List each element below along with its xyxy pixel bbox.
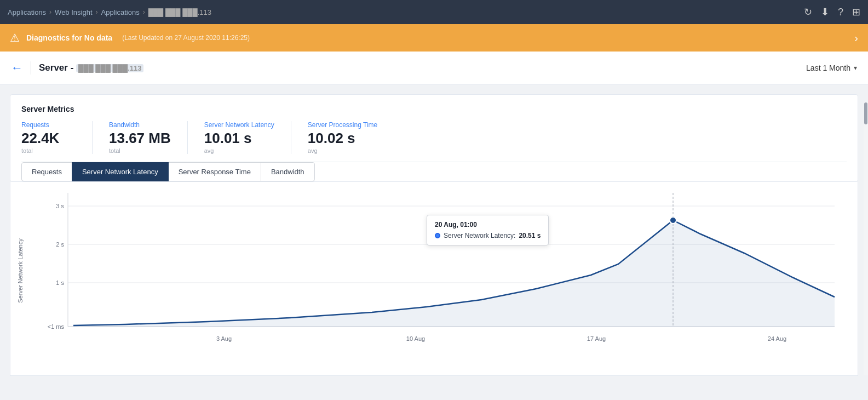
metric-requests: Requests 22.4K total xyxy=(21,121,93,154)
alert-subtitle: (Last Updated on 27 August 2020 11:26:25… xyxy=(122,34,250,42)
page-title-ip: ███ ███ ███.113 xyxy=(76,64,143,72)
chart-area xyxy=(73,220,835,327)
y-tick-3s: 3 s xyxy=(56,203,64,209)
metric-network-latency-sub: avg xyxy=(204,147,274,154)
breadcrumb-ip: ███ ███ ███.113 xyxy=(148,8,211,16)
metric-bandwidth-label: Bandwidth xyxy=(109,121,171,129)
scroll-thumb xyxy=(864,102,867,124)
chart-container: Server Network Latency 3 s 2 s 1 s <1 ms xyxy=(10,182,858,376)
metric-processing-time-value: 10.02 s xyxy=(308,130,377,147)
x-tick-3aug: 3 Aug xyxy=(216,335,232,342)
tab-server-response-time[interactable]: Server Response Time xyxy=(168,162,261,181)
metric-requests-value: 22.4K xyxy=(21,130,76,147)
metrics-row: Requests 22.4K total Bandwidth 13.67 MB … xyxy=(21,121,847,154)
page-header: ← Server - ███ ███ ███.113 Last 1 Month … xyxy=(0,52,868,84)
breadcrumb-webinsight[interactable]: Web Insight xyxy=(55,8,92,16)
refresh-icon[interactable]: ↻ xyxy=(804,6,812,18)
alert-title: Diagnostics for No data xyxy=(26,33,112,42)
tab-server-network-latency[interactable]: Server Network Latency xyxy=(72,162,169,181)
header-divider xyxy=(31,61,31,75)
metric-bandwidth: Bandwidth 13.67 MB total xyxy=(109,121,188,154)
alert-bar: ⚠ Diagnostics for No data (Last Updated … xyxy=(0,24,868,52)
warning-icon: ⚠ xyxy=(10,31,20,44)
page-title: Server - ███ ███ ███.113 xyxy=(39,62,143,73)
scroll-track[interactable] xyxy=(864,101,868,375)
time-filter-label: Last 1 Month xyxy=(806,64,850,72)
metrics-card: Server Metrics Requests 22.4K total Band… xyxy=(10,94,858,182)
x-tick-17aug: 17 Aug xyxy=(587,335,606,342)
y-tick-lt1ms: <1 ms xyxy=(48,323,65,330)
breadcrumb-sep-1: › xyxy=(49,8,51,16)
topbar: Applications › Web Insight › Application… xyxy=(0,0,868,24)
metric-network-latency-label: Server Network Latency xyxy=(204,121,274,129)
alert-expand-icon[interactable]: › xyxy=(854,32,858,44)
breadcrumb-sep-3: › xyxy=(143,8,145,16)
breadcrumb: Applications › Web Insight › Application… xyxy=(8,8,211,16)
y-axis-label: Server Network Latency xyxy=(17,238,24,302)
breadcrumb-sep-2: › xyxy=(96,8,98,16)
breadcrumb-applications-2[interactable]: Applications xyxy=(101,8,140,16)
metric-network-latency: Server Network Latency 10.01 s avg xyxy=(204,121,291,154)
chart-tabs: Requests Server Network Latency Server R… xyxy=(21,162,847,181)
external-link-icon[interactable]: ⊞ xyxy=(852,6,860,18)
x-tick-10aug: 10 Aug xyxy=(406,335,425,342)
tab-requests[interactable]: Requests xyxy=(21,162,72,181)
alert-content: ⚠ Diagnostics for No data (Last Updated … xyxy=(10,31,250,44)
tab-bandwidth[interactable]: Bandwidth xyxy=(261,162,315,181)
topbar-actions: ↻ ⬇ ? ⊞ xyxy=(804,6,860,18)
metric-bandwidth-sub: total xyxy=(109,147,171,154)
page-title-prefix: Server - xyxy=(39,62,76,73)
time-filter-chevron-icon: ▾ xyxy=(854,64,857,72)
chart-svg: 3 s 2 s 1 s <1 ms xyxy=(43,193,843,352)
main-content: Server Metrics Requests 22.4K total Band… xyxy=(0,84,868,376)
metric-processing-time-label: Server Processing Time xyxy=(308,121,377,129)
metric-requests-label: Requests xyxy=(21,121,76,129)
metric-processing-time-sub: avg xyxy=(308,147,377,154)
back-button[interactable]: ← xyxy=(11,62,23,74)
download-icon[interactable]: ⬇ xyxy=(821,6,829,18)
metrics-title: Server Metrics xyxy=(21,105,847,113)
x-tick-24aug: 24 Aug xyxy=(768,335,786,342)
page-header-left: ← Server - ███ ███ ███.113 xyxy=(11,61,143,75)
help-icon[interactable]: ? xyxy=(838,7,843,18)
metric-processing-time: Server Processing Time 10.02 s avg xyxy=(308,121,394,154)
breadcrumb-applications-1[interactable]: Applications xyxy=(8,8,46,16)
metric-network-latency-value: 10.01 s xyxy=(204,130,274,147)
data-point-peak xyxy=(670,217,676,224)
metric-requests-sub: total xyxy=(21,147,76,154)
metric-bandwidth-value: 13.67 MB xyxy=(109,130,171,147)
y-tick-2s: 2 s xyxy=(56,241,64,248)
y-tick-1s: 1 s xyxy=(56,279,64,286)
time-filter[interactable]: Last 1 Month ▾ xyxy=(806,64,857,72)
chart-svg-wrapper: Server Network Latency 3 s 2 s 1 s <1 ms xyxy=(10,187,858,370)
